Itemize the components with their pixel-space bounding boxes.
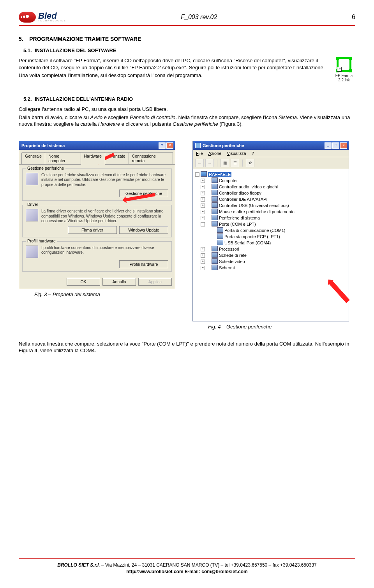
group-driver: Driver La firma driver consente di verif… [22,205,172,237]
help-button[interactable]: ? [159,142,166,149]
dialog-titlebar: Proprietà del sistema ? × [19,141,175,150]
system-properties-dialog: Proprietà del sistema ? × Generale Nome … [19,141,175,289]
tree-root[interactable]: −RAFFAELE [195,171,346,177]
device-manager-icon [26,173,38,185]
company-logo: Bled TECHNOLOGIES [19,12,66,23]
page-footer: BROLLO SIET S.r.l. – Via Mazzini, 24 – 3… [19,558,355,580]
tree-item[interactable]: +Controller disco floppy [201,190,346,196]
close-button[interactable]: × [166,142,173,149]
figure-3-caption: Fig. 3 – Proprietà del sistema [19,291,182,297]
tree-item[interactable]: +Controller IDE ATA/ATAPI [201,196,346,202]
page-number: 6 [332,14,355,21]
menu-azione[interactable]: Azione [208,151,222,156]
forward-button[interactable]: → [205,159,214,167]
tree-item[interactable]: +Computer [201,177,346,183]
menu-help[interactable]: ? [252,151,254,156]
tree-item[interactable]: +Processori [201,246,346,252]
logo-text: Bled [38,12,66,20]
tree-item[interactable]: +Controller USB (Universal serial bus) [201,202,346,208]
minimize-button[interactable]: _ [325,142,332,149]
paragraph-5-1-a: Per installare il software "FP Farma", i… [19,57,326,71]
profile-icon [26,246,38,258]
windows-update-button[interactable]: Windows Update [119,226,168,234]
driver-icon [26,209,38,221]
firma-driver-button[interactable]: Firma driver [68,226,117,234]
window-titlebar: Gestione periferiche _ □ × [193,141,349,150]
fp-farma-desktop-icon: ↗ FP Farma 2.2.lnk [333,57,355,82]
dialog-title: Proprietà del sistema [21,143,65,148]
toolbar-icon[interactable]: ✿ [246,159,254,167]
apply-button[interactable]: Applica [138,278,172,286]
maximize-button[interactable]: □ [332,142,339,149]
tab-hardware[interactable]: Hardware [81,152,106,165]
tree-item[interactable]: +Schede video [201,258,346,264]
footer-company: BROLLO SIET S.r.l. [57,562,100,568]
close-button[interactable]: × [340,142,347,149]
section-5-heading: 5. PROGRAMMAZIONE TRAMITE SOFTWARE [19,36,355,42]
document-id: F_003 rev.02 [66,14,332,21]
footer-web: http//:www.brollosiet.com E-mail: com@br… [19,569,355,574]
group-profili-hardware: Profili hardware I profili hardware cons… [22,241,172,272]
section-5-2-heading: 5.2. INSTALLAZIONE DELL'ANTENNA RADIO [23,96,355,102]
cancel-button[interactable]: Annulla [102,278,136,286]
profili-hardware-button[interactable]: Profili hardware [119,260,168,268]
tree-item[interactable]: +Periferiche di sistema [201,214,346,221]
tab-generale[interactable]: Generale [21,152,45,164]
tab-connessione-remota[interactable]: Connessione remota [129,152,173,164]
logo-subtext: TECHNOLOGIES [38,19,66,22]
menu-file[interactable]: File [196,151,203,156]
tree-item[interactable]: +Mouse e altre periferiche di puntamento [201,208,346,214]
ok-button[interactable]: OK [67,278,100,286]
figure-4-caption: Fig. 4 – Gestione periferiche [192,324,355,330]
tree-item[interactable]: +Schede di rete [201,252,346,258]
paragraph-5-2-b: Dalla barra di avvio, cliccare su Avvio … [19,114,355,128]
menu-visualizza[interactable]: Visualizza [227,151,246,156]
device-manager-window: Gestione periferiche _ □ × File Azione V… [192,141,349,321]
tree-leaf-usb-com4[interactable]: USB Serial Port (COM4) [206,239,346,246]
paragraph-5-1-b: Una volta completata l'installazione, su… [19,72,326,79]
closing-paragraph: Nella nuova finestra che compare, selezi… [19,341,355,354]
window-title: Gestione periferiche [203,143,244,148]
device-tree[interactable]: −RAFFAELE +Computer +Controller audio, v… [193,169,349,321]
paragraph-5-2-a: Collegare l'antenna radio al PC, su una … [19,106,355,113]
document-header: Bled TECHNOLOGIES F_003 rev.02 6 [19,12,355,24]
tree-item[interactable]: +Controller audio, video e giochi [201,183,346,190]
toolbar-icon[interactable]: ▦ [221,159,229,167]
tree-leaf[interactable]: Porta di comunicazione (COM1) [206,227,346,233]
footer-address: – Via Mazzini, 24 – 31031 CAERANO SAN MA… [100,562,317,568]
section-5-1-heading: 5.1. INSTALLAZIONE DEL SOFTWARE [23,47,355,53]
tab-nome-computer[interactable]: Nome computer [45,152,81,164]
tab-strip: Generale Nome computer Hardware Avanzate… [19,150,175,165]
toolbar-icon[interactable]: ☰ [231,159,239,167]
back-button[interactable]: ← [195,159,204,167]
tree-leaf[interactable]: Porta stampante ECP (LPT1) [206,233,346,239]
toolbar: ← → ▦ ☰ ✿ [193,157,349,169]
tree-item-ports[interactable]: −Porte (COM e LPT) [201,221,346,227]
desktop-icon-caption: FP Farma 2.2.lnk [333,74,355,82]
menu-bar: File Azione Visualizza ? [193,150,349,157]
tree-item[interactable]: +Schermi [201,264,346,270]
